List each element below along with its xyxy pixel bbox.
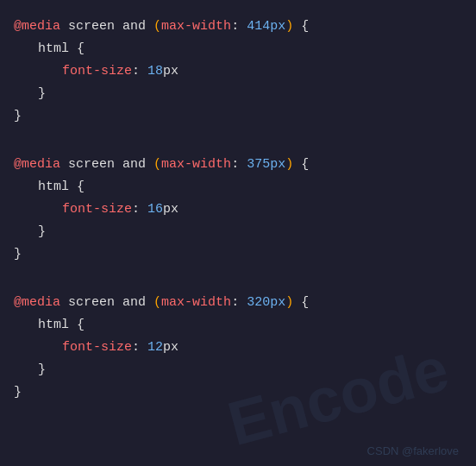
brace-open: { <box>77 315 85 336</box>
brace-close: } <box>38 84 46 104</box>
code-line: } <box>0 221 476 243</box>
brace-close: } <box>38 360 46 381</box>
code-line: } <box>0 243 476 266</box>
paren-token: ( <box>153 293 161 313</box>
brace-open: { <box>301 293 309 313</box>
code-line: @media screen and (max-width: 375px) { <box>0 154 476 176</box>
code-line: @media screen and (max-width: 414px) { <box>0 16 476 38</box>
property-token: font-size <box>62 199 132 220</box>
value-unit-token: px <box>163 61 178 82</box>
selector-token: html <box>38 39 69 60</box>
code-display: @media screen and (max-width: 414px) { h… <box>0 0 476 423</box>
colon-token: : <box>231 154 239 175</box>
paren-token: ) <box>285 154 293 175</box>
media-val-token: 414px <box>247 16 285 37</box>
value-num-token: 12 <box>147 337 163 358</box>
media-val-token: 320px <box>247 293 285 313</box>
colon-token: : <box>231 293 239 313</box>
value-unit-token: px <box>163 337 178 358</box>
brace-close: } <box>38 222 46 242</box>
keyword-token: screen <box>68 154 115 175</box>
code-line: font-size: 16px <box>0 198 476 221</box>
value-num-token: 18 <box>147 61 163 82</box>
brace-open: { <box>301 154 309 175</box>
brace-open: { <box>77 39 85 60</box>
at-rule-token: @media <box>14 293 60 313</box>
code-line: } <box>0 105 476 128</box>
paren-token: ) <box>285 293 293 313</box>
code-block-3: @media screen and (max-width: 320px) { h… <box>0 287 476 412</box>
keyword-token: and <box>122 293 146 313</box>
property-token: font-size <box>62 61 132 82</box>
code-line: html { <box>0 38 476 60</box>
colon-token: : <box>132 337 140 358</box>
brace-open: { <box>77 177 85 198</box>
code-line: } <box>0 359 476 381</box>
colon-token: : <box>231 16 239 37</box>
watermark-small: CSDN @fakerlove <box>367 444 459 457</box>
at-rule-token: @media <box>14 154 60 175</box>
selector-token: html <box>38 315 69 336</box>
code-line: html { <box>0 176 476 198</box>
code-block-1: @media screen and (max-width: 414px) { h… <box>0 10 476 136</box>
divider <box>0 274 476 287</box>
code-line: font-size: 18px <box>0 60 476 83</box>
brace-close: } <box>14 244 22 265</box>
code-line: } <box>0 381 476 404</box>
media-val-token: 375px <box>247 154 285 175</box>
keyword-token: screen <box>68 293 115 313</box>
code-line: } <box>0 83 476 105</box>
selector-token: html <box>38 177 69 198</box>
media-feature-token: max-width <box>161 16 231 37</box>
value-num-token: 16 <box>147 199 163 220</box>
colon-token: : <box>132 199 140 220</box>
media-feature-token: max-width <box>161 154 231 175</box>
paren-token: ( <box>153 16 161 37</box>
code-line: font-size: 12px <box>0 337 476 359</box>
at-rule-token: @media <box>14 16 60 37</box>
brace-open: { <box>301 16 309 37</box>
paren-token: ( <box>153 154 161 175</box>
paren-token: ) <box>285 16 293 37</box>
brace-close: } <box>14 106 22 127</box>
keyword-token: screen <box>68 16 115 37</box>
colon-token: : <box>132 61 140 82</box>
code-block-2: @media screen and (max-width: 375px) { h… <box>0 148 476 274</box>
code-line: @media screen and (max-width: 320px) { <box>0 292 476 314</box>
value-unit-token: px <box>163 199 178 220</box>
brace-close: } <box>14 382 22 403</box>
divider <box>0 136 476 148</box>
media-feature-token: max-width <box>161 293 231 313</box>
code-line: html { <box>0 314 476 337</box>
property-token: font-size <box>62 337 132 358</box>
keyword-token: and <box>122 154 146 175</box>
keyword-token: and <box>122 16 146 37</box>
